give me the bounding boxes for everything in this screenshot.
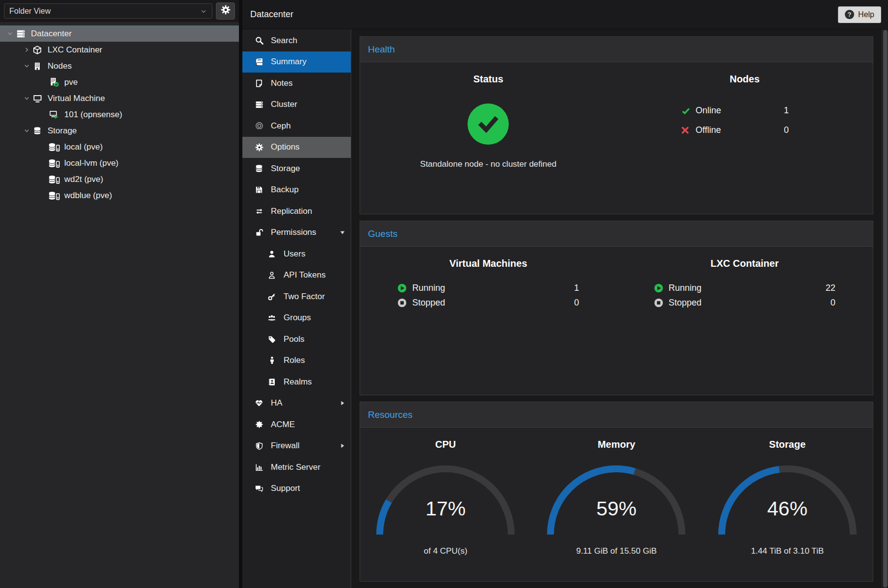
stat-row-running: Running22 bbox=[654, 283, 836, 293]
help-button[interactable]: ? Help bbox=[838, 6, 881, 23]
menu-item-two-factor[interactable]: Two Factor bbox=[242, 286, 351, 307]
content-area: Health Status Standalone node - no clust… bbox=[351, 29, 882, 588]
expander-open-icon[interactable] bbox=[22, 128, 31, 134]
tree-item-label: Datacenter bbox=[31, 29, 72, 39]
menu-item-summary[interactable]: Summary bbox=[242, 51, 351, 73]
help-button-label: Help bbox=[858, 10, 874, 19]
gauge-sublabel: of 4 CPU(s) bbox=[424, 546, 468, 556]
menu-item-metric-server[interactable]: Metric Server bbox=[242, 457, 351, 478]
menu-item-search[interactable]: Search bbox=[242, 30, 351, 51]
menu-item-cluster[interactable]: Cluster bbox=[242, 94, 351, 116]
check-icon bbox=[681, 106, 692, 116]
tree-item-label: wdblue (pve) bbox=[64, 191, 112, 201]
tree-item-label: Storage bbox=[48, 126, 77, 136]
node-online-icon bbox=[48, 77, 60, 87]
cross-icon bbox=[681, 126, 692, 135]
scrollbar-thumb[interactable] bbox=[883, 30, 888, 588]
expander-open-icon[interactable] bbox=[5, 30, 15, 37]
chevron-right-icon bbox=[339, 400, 346, 406]
tree-item-virtual-machine[interactable]: Virtual Machine bbox=[0, 90, 239, 106]
unlock-icon bbox=[254, 229, 264, 236]
database-icon bbox=[254, 164, 264, 173]
storage-drive-icon bbox=[48, 175, 60, 184]
tree-item-local-pve[interactable]: local (pve) bbox=[0, 139, 239, 155]
menu-item-storage[interactable]: Storage bbox=[242, 158, 351, 179]
gauge-percent: 59% bbox=[543, 497, 690, 520]
play-circle-icon bbox=[654, 283, 665, 293]
menu-item-label: Cluster bbox=[271, 100, 346, 109]
cluster-icon bbox=[254, 101, 264, 109]
database-icon bbox=[31, 127, 43, 135]
tree-item-pve[interactable]: pve bbox=[0, 74, 239, 90]
stop-circle-icon bbox=[654, 298, 665, 308]
comments-icon bbox=[254, 485, 264, 492]
menu-item-acme[interactable]: ACME bbox=[242, 414, 351, 435]
tree-item-wdblue-pve[interactable]: wdblue (pve) bbox=[0, 187, 239, 204]
menu-item-ha[interactable]: HA bbox=[242, 393, 351, 414]
tree-item-lxc-container[interactable]: LXC Container bbox=[0, 42, 239, 58]
expander-open-icon[interactable] bbox=[22, 95, 31, 102]
menu-item-groups[interactable]: Groups bbox=[242, 307, 351, 329]
gauge-sublabel: 9.11 GiB of 15.50 GiB bbox=[576, 546, 656, 556]
status-heading: Status bbox=[473, 74, 503, 85]
tree-item-local-lvm-pve[interactable]: local-lvm (pve) bbox=[0, 155, 239, 171]
menu-item-backup[interactable]: Backup bbox=[242, 179, 351, 201]
heartbeat-icon bbox=[254, 399, 264, 407]
stat-value: 22 bbox=[811, 283, 836, 293]
page-title: Datacenter bbox=[250, 9, 293, 20]
menu-item-pools[interactable]: Pools bbox=[242, 329, 351, 350]
server-stack-icon bbox=[15, 29, 26, 38]
tree-item-label: pve bbox=[64, 77, 78, 87]
menu-item-label: Groups bbox=[284, 313, 346, 323]
content-topbar: Datacenter ? Help bbox=[242, 0, 888, 29]
stat-label: Running bbox=[412, 283, 554, 293]
expander-closed-icon[interactable] bbox=[22, 47, 31, 53]
book-icon bbox=[254, 58, 264, 66]
stat-row-stopped: Stopped0 bbox=[397, 298, 579, 308]
menu-item-label: Replication bbox=[271, 206, 346, 216]
guests-panel: Guests Virtual MachinesRunning1Stopped0L… bbox=[360, 221, 873, 395]
cluster-status-message: Standalone node - no cluster defined bbox=[420, 159, 556, 169]
expander-open-icon[interactable] bbox=[22, 63, 31, 69]
stat-label: Offline bbox=[696, 125, 784, 135]
tree-item-datacenter[interactable]: Datacenter bbox=[0, 26, 239, 42]
gauge-arc: 59% bbox=[543, 461, 690, 538]
menu-item-notes[interactable]: Notes bbox=[242, 73, 351, 94]
tree-item-wd2t-pve[interactable]: wd2t (pve) bbox=[0, 171, 239, 187]
key-icon bbox=[266, 293, 277, 301]
panel-splitter[interactable] bbox=[239, 0, 242, 588]
tree-item-nodes[interactable]: Nodes bbox=[0, 58, 239, 74]
group-icon bbox=[266, 314, 277, 322]
tree-settings-button[interactable] bbox=[216, 2, 235, 20]
menu-item-firewall[interactable]: Firewall bbox=[242, 435, 351, 457]
vertical-scrollbar[interactable] bbox=[882, 29, 888, 588]
main-region: Datacenter ? Help SearchSummaryNotesClus… bbox=[242, 0, 888, 588]
menu-item-roles[interactable]: Roles bbox=[242, 350, 351, 372]
guests-column-heading: Virtual Machines bbox=[449, 258, 527, 269]
tree-item-101-opnsense[interactable]: 101 (opnsense) bbox=[0, 106, 239, 123]
view-selector[interactable]: Folder View bbox=[4, 3, 212, 19]
stat-label: Stopped bbox=[669, 298, 811, 308]
menu-item-users[interactable]: Users bbox=[242, 243, 351, 265]
menu-item-replication[interactable]: Replication bbox=[242, 201, 351, 222]
play-circle-icon bbox=[397, 283, 408, 293]
nodes-heading: Nodes bbox=[730, 74, 759, 85]
replication-icon bbox=[254, 207, 264, 215]
guests-column-virtual-machines: Virtual MachinesRunning1Stopped0 bbox=[360, 247, 617, 395]
resource-tree: DatacenterLXC ContainerNodespveVirtual M… bbox=[0, 22, 239, 204]
search-icon bbox=[254, 36, 264, 45]
menu-item-permissions[interactable]: Permissions bbox=[242, 222, 351, 244]
vm-running-icon bbox=[48, 110, 60, 119]
tree-item-label: local-lvm (pve) bbox=[64, 158, 119, 168]
resources-panel-header: Resources bbox=[360, 402, 873, 428]
menu-item-ceph[interactable]: Ceph bbox=[242, 115, 351, 137]
tree-item-storage[interactable]: Storage bbox=[0, 123, 239, 139]
menu-item-api-tokens[interactable]: API Tokens bbox=[242, 265, 351, 286]
user-outline-icon bbox=[266, 271, 277, 279]
menu-item-support[interactable]: Support bbox=[242, 478, 351, 500]
menu-item-realms[interactable]: Realms bbox=[242, 371, 351, 393]
menu-item-options[interactable]: Options bbox=[242, 137, 351, 158]
person-icon bbox=[266, 357, 277, 364]
gear-icon bbox=[221, 5, 231, 17]
desktop-icon bbox=[31, 94, 43, 103]
